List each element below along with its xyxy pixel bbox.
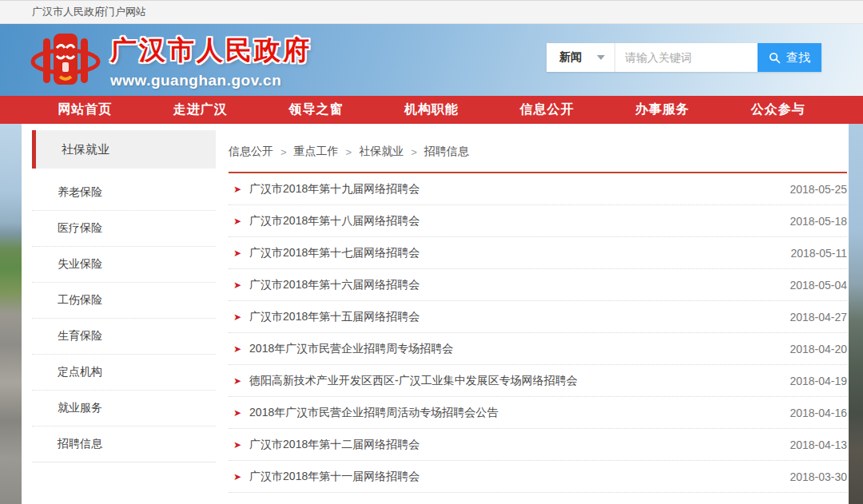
article-date: 2018-04-20 [789, 343, 847, 355]
article-link[interactable]: 广汉市2018年第十九届网络招聘会 [249, 182, 774, 196]
article-date: 2018-04-27 [789, 311, 847, 323]
article-row: ➤ 德阳高新技术产业开发区西区-广汉工业集中发展区专场网络招聘会 2018-04… [229, 365, 847, 397]
nav-item-leadership[interactable]: 领导之窗 [288, 101, 343, 118]
breadcrumb-item-recruitment[interactable]: 招聘信息 [424, 145, 469, 159]
article-link[interactable]: 广汉市2018年第十八届网络招聘会 [249, 214, 774, 228]
sidebar: 社保就业 养老保险 医疗保险 失业保险 工伤保险 生育保险 定点机构 就业服务 … [22, 124, 216, 504]
article-link[interactable]: 2018年广汉市民营企业招聘周专场招聘会 [249, 342, 774, 356]
breadcrumb-separator: > [411, 146, 417, 158]
search-category-value: 新闻 [559, 50, 582, 65]
site-title: 广汉市人民政府 [110, 33, 312, 69]
site-url: www.guanghan.gov.cn [110, 72, 312, 89]
arrow-bullet-icon: ➤ [233, 248, 241, 258]
sidebar-section-title: 社保就业 [32, 130, 216, 169]
content-area: 社保就业 养老保险 医疗保险 失业保险 工伤保险 生育保险 定点机构 就业服务 … [0, 124, 863, 504]
article-date: 2018-05-11 [790, 247, 847, 260]
article-date: 2018-04-13 [789, 439, 847, 451]
search-button[interactable]: 查找 [758, 43, 821, 72]
arrow-bullet-icon: ➤ [233, 440, 241, 450]
article-row: ➤ 广汉市2018年第十二届网络招聘会 2018-04-13 [229, 429, 847, 461]
sanxingdui-mask-icon [30, 30, 101, 91]
site-header: 广汉市人民政府 www.guanghan.gov.cn 新闻 查找 [0, 24, 863, 96]
nav-item-functions[interactable]: 机构职能 [404, 101, 459, 118]
article-list: ➤ 广汉市2018年第十九届网络招聘会 2018-05-25 ➤ 广汉市2018… [229, 173, 847, 493]
breadcrumb-item-social-security[interactable]: 社保就业 [359, 145, 404, 159]
article-date: 2018-05-25 [789, 183, 847, 196]
nav-item-services[interactable]: 办事服务 [635, 101, 690, 118]
sidebar-item-pension[interactable]: 养老保险 [32, 175, 216, 211]
article-row: ➤ 广汉市2018年第十九届网络招聘会 2018-05-25 [229, 173, 847, 205]
breadcrumb-item-disclosure[interactable]: 信息公开 [229, 145, 273, 159]
arrow-bullet-icon: ➤ [233, 408, 241, 418]
article-date: 2018-04-19 [789, 375, 847, 387]
sidebar-menu: 养老保险 医疗保险 失业保险 工伤保险 生育保险 定点机构 就业服务 招聘信息 [32, 175, 216, 462]
article-date: 2018-04-16 [789, 407, 847, 419]
article-link[interactable]: 广汉市2018年第十五届网络招聘会 [249, 310, 774, 324]
arrow-bullet-icon: ➤ [233, 344, 241, 354]
portal-site-note: 广汉市人民政府门户网站 [32, 5, 146, 19]
sidebar-item-employment[interactable]: 就业服务 [32, 391, 216, 427]
sidebar-item-medical[interactable]: 医疗保险 [32, 211, 216, 247]
article-row: ➤ 广汉市2018年第十七届网络招聘会 2018-05-11 [229, 237, 847, 269]
search-bar: 新闻 查找 [547, 43, 821, 72]
article-row: ➤ 广汉市2018年第十五届网络招聘会 2018-04-27 [229, 301, 847, 333]
top-utility-bar: 广汉市人民政府门户网站 [0, 0, 863, 24]
sidebar-item-maternity[interactable]: 生育保险 [32, 319, 216, 355]
article-date: 2018-05-04 [789, 279, 847, 292]
article-row: ➤ 2018年广汉市民营企业招聘周专场招聘会 2018-04-20 [229, 333, 847, 365]
sidebar-item-recruitment[interactable]: 招聘信息 [32, 427, 216, 462]
article-link[interactable]: 德阳高新技术产业开发区西区-广汉工业集中发展区专场网络招聘会 [249, 374, 774, 388]
arrow-bullet-icon: ➤ [233, 280, 241, 290]
sidebar-item-unemployment[interactable]: 失业保险 [32, 247, 216, 283]
article-link[interactable]: 广汉市2018年第十一届网络招聘会 [249, 470, 774, 484]
article-row: ➤ 广汉市2018年第十八届网络招聘会 2018-05-18 [229, 205, 847, 237]
article-row: ➤ 2018年广汉市民营企业招聘周活动专场招聘会公告 2018-04-16 [229, 397, 847, 429]
nav-item-participation[interactable]: 公众参与 [751, 101, 805, 118]
article-link[interactable]: 广汉市2018年第十二届网络招聘会 [249, 438, 774, 452]
article-date: 2018-03-30 [789, 470, 847, 483]
nav-item-home[interactable]: 网站首页 [58, 101, 112, 118]
arrow-bullet-icon: ➤ [233, 376, 241, 386]
sidebar-item-designated[interactable]: 定点机构 [32, 355, 216, 391]
nav-item-disclosure[interactable]: 信息公开 [520, 101, 575, 118]
article-date: 2018-05-18 [789, 215, 847, 228]
article-link[interactable]: 广汉市2018年第十六届网络招聘会 [249, 278, 774, 292]
search-button-label: 查找 [786, 50, 810, 65]
main-panel: 信息公开 > 重点工作 > 社保就业 > 招聘信息 ➤ 广汉市2018年第十九届… [216, 124, 849, 504]
nav-item-about[interactable]: 走进广汉 [173, 101, 228, 118]
chevron-down-icon [597, 55, 605, 60]
search-category-dropdown[interactable]: 新闻 [547, 43, 615, 72]
arrow-bullet-icon: ➤ [233, 185, 241, 194]
article-row: ➤ 广汉市2018年第十六届网络招聘会 2018-05-04 [229, 269, 847, 301]
breadcrumb-separator: > [346, 146, 352, 158]
article-row: ➤ 广汉市2018年第十一届网络招聘会 2018-03-30 [229, 461, 847, 493]
sidebar-item-work-injury[interactable]: 工伤保险 [32, 283, 216, 319]
breadcrumb-item-key-work[interactable]: 重点工作 [294, 145, 339, 159]
site-brand[interactable]: 广汉市人民政府 www.guanghan.gov.cn [30, 30, 312, 91]
background-photo-right [849, 124, 863, 504]
main-navigation: 网站首页 走进广汉 领导之窗 机构职能 信息公开 办事服务 公众参与 [0, 96, 863, 124]
search-input[interactable] [615, 43, 758, 72]
article-link[interactable]: 广汉市2018年第十七届网络招聘会 [249, 246, 774, 260]
background-photo-left [0, 124, 22, 504]
arrow-bullet-icon: ➤ [233, 472, 241, 482]
page-panel: 社保就业 养老保险 医疗保险 失业保险 工伤保险 生育保险 定点机构 就业服务 … [22, 124, 849, 504]
breadcrumb: 信息公开 > 重点工作 > 社保就业 > 招聘信息 [229, 145, 847, 159]
arrow-bullet-icon: ➤ [233, 216, 241, 226]
arrow-bullet-icon: ➤ [233, 312, 241, 322]
article-link[interactable]: 2018年广汉市民营企业招聘周活动专场招聘会公告 [249, 406, 774, 420]
breadcrumb-separator: > [280, 146, 287, 158]
search-icon [769, 52, 781, 64]
sidebar-section-title-label: 社保就业 [62, 142, 109, 157]
